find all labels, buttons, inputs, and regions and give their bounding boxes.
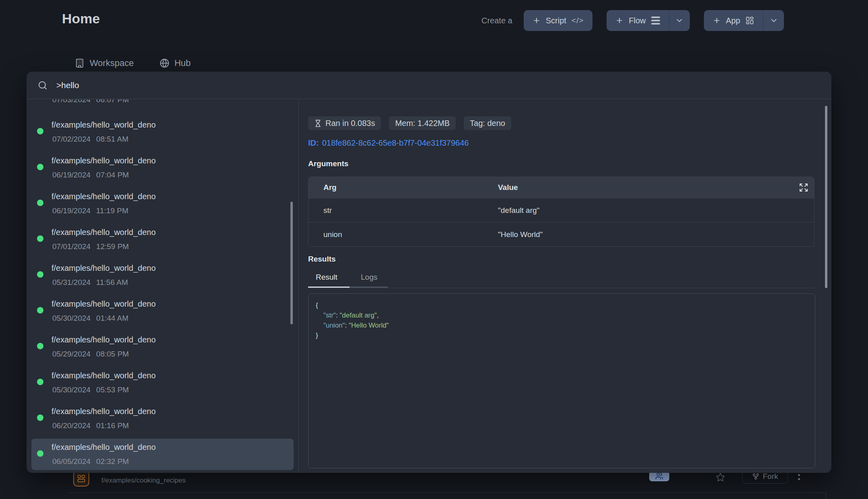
- tag-badge: Tag: deno: [464, 116, 511, 130]
- run-list-item[interactable]: f/examples/hello_world_deno06/19/202407:…: [31, 152, 294, 184]
- result-json-viewer: { "str": "default arg", "union": "Hello …: [308, 293, 815, 468]
- create-a-label: Create a: [481, 16, 512, 25]
- run-item-datetime: 05/29/202408:05 PM: [52, 350, 129, 359]
- search-input[interactable]: [56, 72, 831, 99]
- run-detail-panel: Ran in 0.083s Mem: 1.422MB Tag: deno ID:…: [299, 99, 831, 473]
- run-item-path: f/examples/hello_world_deno: [51, 228, 156, 237]
- success-status-dot: [37, 379, 43, 385]
- workspace-hub-tabs: Workspace Hub: [75, 58, 191, 68]
- create-app-group: App: [704, 10, 784, 31]
- results-heading: Results: [308, 255, 336, 264]
- arguments-table-row: union"Hello World": [309, 222, 814, 246]
- hourglass-icon: [314, 120, 322, 127]
- duration-badge-label: Ran in 0.083s: [325, 119, 375, 128]
- run-list-item[interactable]: f/examples/hello_world_deno05/30/202405:…: [31, 367, 294, 398]
- run-list-item[interactable]: f/examples/hello_world_deno05/30/202401:…: [31, 295, 294, 327]
- run-item-path: f/examples/hello_world_deno: [51, 192, 156, 201]
- success-status-dot: [37, 164, 43, 170]
- run-item-path: f/examples/hello_world_deno: [51, 120, 156, 130]
- search-modal: f/examples/hello_world_deno07/03/202406:…: [27, 72, 831, 473]
- plus-icon: [533, 16, 541, 25]
- table-edge-line: [826, 493, 826, 499]
- arg-cell: str: [309, 206, 498, 215]
- run-list-item[interactable]: f/examples/hello_world_deno05/31/202411:…: [31, 260, 294, 291]
- app-icon-cooking-recipes[interactable]: [73, 470, 89, 487]
- arguments-table-header: Arg Value: [309, 177, 814, 198]
- success-status-dot: [37, 271, 43, 278]
- run-item-path: f/examples/hello_world_deno: [51, 407, 156, 416]
- tag-badge-label: Tag: deno: [470, 119, 505, 128]
- run-item-path: f/examples/hello_world_deno: [51, 443, 156, 452]
- run-item-datetime: 05/31/202411:56 AM: [52, 278, 128, 287]
- chevron-down-icon: [769, 16, 778, 25]
- app-path-text: f/examples/cooking_recipes: [101, 476, 186, 485]
- tab-result[interactable]: Result: [316, 273, 337, 282]
- value-cell: "Hello World": [498, 230, 814, 239]
- app-dropdown-chevron[interactable]: [763, 10, 784, 31]
- arguments-heading: Arguments: [308, 159, 348, 168]
- success-status-dot: [37, 343, 43, 349]
- arg-cell: union: [309, 230, 498, 239]
- success-status-dot: [37, 200, 43, 206]
- fork-button-label: Fork: [763, 472, 778, 481]
- run-list-item[interactable]: f/examples/hello_world_deno07/02/202408:…: [31, 116, 294, 148]
- create-script-button[interactable]: Script </>: [524, 10, 593, 31]
- run-item-path: f/examples/hello_world_deno: [51, 156, 156, 165]
- create-buttons-row: Create a Script </> Flow App: [481, 10, 784, 31]
- run-list: f/examples/hello_world_deno07/03/202406:…: [27, 99, 299, 473]
- modal-scrollbar[interactable]: [825, 106, 827, 288]
- run-list-item[interactable]: f/examples/hello_world_deno06/19/202411:…: [31, 188, 294, 219]
- memory-badge-label: Mem: 1.422MB: [395, 119, 450, 128]
- create-flow-group: Flow: [607, 10, 689, 31]
- plus-icon: [615, 16, 623, 25]
- run-item-datetime: 06/05/202402:32 PM: [52, 457, 129, 466]
- run-list-item[interactable]: f/examples/hello_world_deno07/03/202406:…: [31, 99, 294, 108]
- run-badges: Ran in 0.083s Mem: 1.422MB Tag: deno: [308, 116, 511, 130]
- tabs-border: [308, 288, 815, 288]
- search-icon: [38, 80, 56, 90]
- run-list-item[interactable]: f/examples/hello_world_deno06/20/202401:…: [31, 403, 294, 434]
- value-column-header: Value: [498, 183, 814, 192]
- run-item-datetime: 07/02/202408:51 AM: [52, 135, 128, 144]
- code-icon: </>: [572, 16, 584, 25]
- success-status-dot: [37, 450, 43, 457]
- tab-logs[interactable]: Logs: [361, 273, 377, 282]
- tab-hub[interactable]: Hub: [160, 58, 191, 68]
- run-item-path: f/examples/hello_world_deno: [51, 299, 156, 309]
- tab-workspace[interactable]: Workspace: [75, 58, 134, 68]
- expand-icon: [799, 183, 808, 192]
- globe-icon: [160, 58, 169, 68]
- success-status-dot: [37, 235, 43, 242]
- flow-dropdown-chevron[interactable]: [669, 10, 690, 31]
- success-status-dot: [37, 307, 43, 313]
- users-icon: [655, 472, 663, 480]
- run-list-item[interactable]: f/examples/hello_world_deno06/05/202402:…: [31, 439, 294, 470]
- run-list-item[interactable]: f/examples/hello_world_deno05/29/202408:…: [31, 331, 294, 363]
- run-item-path: f/examples/hello_world_deno: [51, 335, 156, 344]
- run-id-row[interactable]: ID:018fe862-8c62-65e8-b7f7-04e31f379646: [308, 138, 469, 148]
- tab-workspace-label: Workspace: [90, 58, 134, 68]
- create-flow-button[interactable]: Flow: [607, 10, 668, 31]
- layout-grid-icon: [77, 474, 86, 483]
- run-item-datetime: 06/20/202401:16 PM: [52, 421, 129, 430]
- dashboard-grid-icon: [745, 16, 754, 25]
- building-icon: [75, 58, 84, 68]
- run-item-path: f/examples/hello_world_deno: [51, 264, 156, 273]
- search-bar: [27, 72, 831, 99]
- run-list-item[interactable]: f/examples/hello_world_deno07/01/202412:…: [31, 224, 294, 255]
- tab-hub-label: Hub: [175, 58, 191, 68]
- favorite-star-icon[interactable]: [716, 472, 725, 482]
- create-script-label: Script: [546, 16, 566, 25]
- create-app-label: App: [726, 16, 740, 25]
- run-id-value: 018fe862-8c62-65e8-b7f7-04e31f379646: [322, 138, 469, 147]
- create-app-button[interactable]: App: [704, 10, 763, 31]
- page-title: Home: [62, 11, 100, 27]
- success-status-dot: [37, 128, 43, 134]
- run-list-scrollbar[interactable]: [290, 202, 293, 324]
- modal-body: f/examples/hello_world_deno07/03/202406:…: [27, 99, 831, 473]
- run-item-datetime: 06/19/202407:04 PM: [52, 171, 129, 179]
- flow-icon: [651, 16, 660, 25]
- expand-table-button[interactable]: [799, 183, 808, 192]
- duration-badge: Ran in 0.083s: [308, 116, 381, 130]
- git-fork-icon: [752, 473, 759, 480]
